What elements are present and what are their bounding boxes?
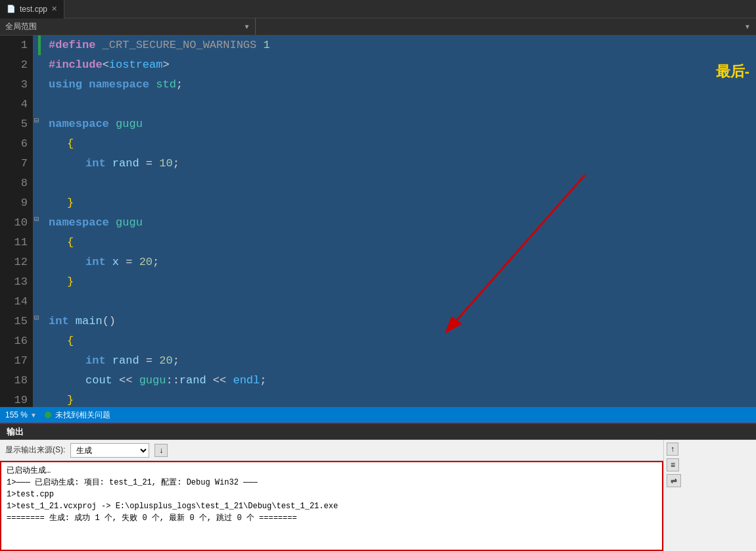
- code-token: #include: [49, 59, 103, 71]
- code-token: endl: [233, 374, 260, 387]
- line-number: 12: [0, 252, 33, 272]
- line-content: {: [46, 134, 756, 154]
- scope-selector[interactable]: 全局范围: [0, 18, 256, 35]
- code-token: namespace: [82, 78, 156, 91]
- table-row: 9}: [0, 193, 756, 213]
- zoom-control[interactable]: 155 % ▼: [5, 410, 37, 419]
- output-align-btn[interactable]: ≡: [667, 458, 679, 471]
- output-toolbar: 显示输出来源(S): 生成 ↓: [0, 440, 663, 461]
- code-editor[interactable]: 1#define _CRT_SECURE_NO_WARNINGS 12#incl…: [0, 36, 756, 407]
- output-wrap-btn[interactable]: ⇌: [667, 474, 681, 487]
- code-token: _CRT_SECURE_NO_WARNINGS: [95, 39, 263, 51]
- code-token: ;: [260, 374, 266, 387]
- code-token: (): [103, 315, 116, 327]
- line-indicator: ⊟: [33, 213, 46, 233]
- code-token: {: [67, 335, 74, 347]
- line-content: int x = 20;: [46, 252, 756, 272]
- table-row: 6{: [0, 134, 756, 154]
- source-label: 显示输出来源(S):: [5, 444, 65, 456]
- line-content: #define _CRT_SECURE_NO_WARNINGS 1: [46, 36, 756, 55]
- line-number: 5: [0, 114, 33, 134]
- status-bar: 155 % ▼ 未找到相关问题: [0, 407, 756, 423]
- output-panel: 输出 显示输出来源(S): 生成 ↓ 已启动生成…1>——— 已启动生成: 项目…: [0, 423, 756, 551]
- line-content: [46, 95, 756, 114]
- status-dot-icon: [45, 412, 51, 418]
- output-panel-body: 显示输出来源(S): 生成 ↓ 已启动生成…1>——— 已启动生成: 项目: t…: [0, 440, 756, 551]
- line-number: 11: [0, 233, 33, 252]
- output-line: 1>——— 已启动生成: 项目: test_1_21, 配置: Debug Wi…: [7, 477, 657, 489]
- output-scroll-up-btn[interactable]: ↑: [667, 443, 678, 456]
- scope-label: 全局范围: [5, 21, 37, 32]
- code-token: }: [67, 197, 74, 209]
- file-icon: 📄: [7, 5, 16, 13]
- output-line: 1>test.cpp: [7, 489, 657, 500]
- table-row: 13}: [0, 272, 756, 292]
- output-line: ======== 生成: 成功 1 个, 失败 0 个, 最新 0 个, 跳过 …: [7, 512, 657, 524]
- code-token: {: [67, 137, 74, 150]
- code-token: rand: [106, 354, 139, 367]
- line-number: 2: [0, 55, 33, 75]
- line-indicator: [33, 371, 46, 391]
- line-content: namespace gugu: [46, 213, 756, 233]
- line-content: }: [46, 193, 756, 213]
- output-content: 已启动生成…1>——— 已启动生成: 项目: test_1_21, 配置: De…: [0, 461, 663, 551]
- line-content: {: [46, 331, 756, 351]
- collapse-icon[interactable]: ⊟: [34, 116, 39, 126]
- output-title: 输出: [7, 426, 24, 438]
- tab-bar: 📄 test.cpp ✕: [0, 0, 756, 18]
- table-row: 3using namespace std;: [0, 75, 756, 95]
- line-indicator: ⊟: [33, 312, 46, 331]
- line-indicator: [33, 233, 46, 252]
- table-row: 14: [0, 292, 756, 312]
- code-table: 1#define _CRT_SECURE_NO_WARNINGS 12#incl…: [0, 36, 756, 407]
- line-content: [46, 292, 756, 312]
- function-selector[interactable]: [256, 18, 756, 35]
- code-token: rand: [106, 157, 139, 170]
- status-info: 未找到相关问题: [45, 410, 110, 421]
- code-token: 20: [159, 354, 172, 367]
- watermark-text: 最后-: [716, 62, 749, 82]
- line-number: 16: [0, 331, 33, 351]
- tab-test-cpp[interactable]: 📄 test.cpp ✕: [0, 0, 64, 18]
- modification-bar: [38, 36, 41, 55]
- code-token: ;: [173, 354, 179, 367]
- collapse-icon[interactable]: ⊟: [34, 214, 39, 224]
- line-indicator: [33, 331, 46, 351]
- line-indicator: [33, 193, 46, 213]
- code-token: namespace: [49, 118, 109, 130]
- code-token: =: [139, 354, 160, 367]
- table-row: 2#include<iostream>: [0, 55, 756, 75]
- line-content: using namespace std;: [46, 75, 756, 95]
- line-number: 10: [0, 213, 33, 233]
- code-token: int: [49, 315, 69, 327]
- output-line: 已启动生成…: [7, 465, 657, 477]
- output-left-panel: 显示输出来源(S): 生成 ↓ 已启动生成…1>——— 已启动生成: 项目: t…: [0, 440, 664, 551]
- code-token: #define: [49, 39, 95, 51]
- line-number: 18: [0, 371, 33, 391]
- tab-close-button[interactable]: ✕: [51, 5, 57, 13]
- line-content: #include<iostream>: [46, 55, 756, 75]
- line-number: 9: [0, 193, 33, 213]
- source-select[interactable]: 生成: [70, 443, 149, 458]
- line-content: int rand = 20;: [46, 351, 756, 371]
- collapse-icon[interactable]: ⊟: [34, 313, 39, 323]
- line-number: 6: [0, 134, 33, 154]
- code-token: gugu: [109, 216, 143, 229]
- table-row: 16{: [0, 331, 756, 351]
- code-token: int: [85, 354, 106, 367]
- line-number: 19: [0, 391, 33, 407]
- line-indicator: [33, 134, 46, 154]
- line-indicator: [33, 55, 46, 75]
- line-number: 14: [0, 292, 33, 312]
- output-toolbar-btn[interactable]: ↓: [154, 444, 168, 457]
- line-indicator: [33, 391, 46, 407]
- code-token: >: [162, 59, 169, 71]
- code-token: gugu: [109, 118, 143, 130]
- line-indicator: [33, 154, 46, 174]
- line-number: 13: [0, 272, 33, 292]
- output-panel-header: 输出: [0, 424, 756, 440]
- table-row: 12int x = 20;: [0, 252, 756, 272]
- line-content: int main(): [46, 312, 756, 331]
- code-token: =: [119, 256, 139, 268]
- table-row: 18cout << gugu::rand << endl;: [0, 371, 756, 391]
